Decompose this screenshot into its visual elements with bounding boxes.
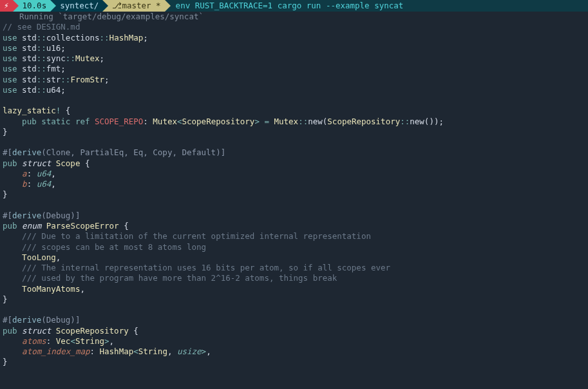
- bolt-icon: ⚡: [0, 0, 13, 12]
- prompt-directory: syntect/: [56, 0, 102, 12]
- branch-icon: ⎇: [112, 1, 122, 11]
- arrow-icon: [50, 0, 56, 12]
- command-input[interactable]: env RUST_BACKTRACE=1 cargo run --example…: [171, 0, 588, 12]
- prompt-duration: 10.0s: [19, 0, 51, 12]
- arrow-icon: [102, 0, 108, 12]
- shell-prompt: ⚡ 10.0s syntect/ ⎇ master * env RUST_BAC…: [0, 0, 588, 12]
- arrow-icon: [165, 0, 171, 12]
- arrow-icon: [13, 0, 19, 12]
- cargo-running-line: Running `target/debug/examples/syncat`: [0, 12, 588, 22]
- code-comment: // see DESIGN.md: [3, 22, 80, 32]
- source-output: // see DESIGN.md use std::collections::H…: [0, 22, 588, 370]
- prompt-git-branch: ⎇ master *: [108, 0, 164, 12]
